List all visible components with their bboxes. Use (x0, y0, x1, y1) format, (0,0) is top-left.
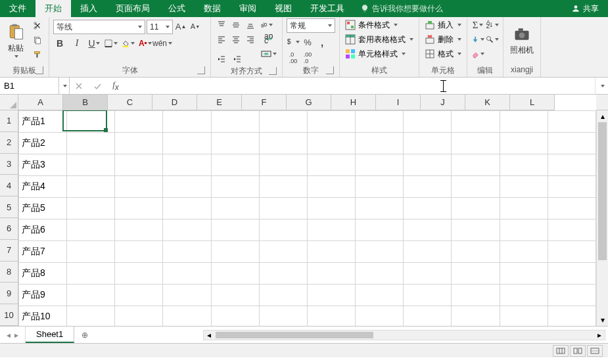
decrease-indent-button[interactable] (215, 53, 228, 66)
number-format-combo[interactable]: 常规 (287, 18, 335, 33)
cell[interactable] (356, 284, 404, 306)
cell[interactable] (307, 219, 355, 241)
align-middle-button[interactable] (229, 18, 243, 32)
tab-view[interactable]: 视图 (266, 0, 301, 17)
column-header[interactable]: I (376, 95, 421, 110)
cell[interactable] (67, 263, 115, 284)
cell[interactable]: 产品1 (19, 111, 67, 133)
cell[interactable] (259, 154, 307, 176)
copy-button[interactable] (32, 34, 43, 46)
cell[interactable] (163, 306, 211, 327)
column-header[interactable]: B (63, 95, 108, 110)
column-header[interactable]: F (242, 95, 287, 110)
cell[interactable] (404, 241, 452, 263)
cut-button[interactable] (32, 20, 43, 32)
cell[interactable] (404, 219, 452, 241)
tell-me-search[interactable]: 告诉我你想要做什么 (354, 0, 450, 17)
align-top-button[interactable] (215, 18, 228, 32)
decrease-font-button[interactable]: A▼ (189, 20, 202, 33)
cell[interactable] (548, 111, 596, 133)
tab-nav-next[interactable]: ▸ (14, 330, 18, 340)
row-header[interactable]: 7 (0, 240, 18, 262)
font-size-combo[interactable]: 11 (147, 20, 173, 34)
cell[interactable] (67, 241, 115, 263)
share-button[interactable]: 共享 (562, 0, 608, 17)
cell[interactable] (548, 133, 596, 154)
cell[interactable] (307, 111, 355, 133)
cell[interactable] (452, 111, 500, 133)
cell[interactable] (115, 306, 163, 327)
cell[interactable] (307, 133, 355, 154)
cell[interactable] (404, 111, 452, 133)
format-painter-button[interactable] (32, 49, 43, 60)
tab-data[interactable]: 数据 (195, 0, 230, 17)
comma-button[interactable]: , (316, 35, 329, 49)
italic-button[interactable]: I (70, 37, 83, 50)
new-sheet-button[interactable]: ⊕ (74, 327, 95, 343)
cell[interactable] (211, 133, 259, 154)
tab-insert[interactable]: 插入 (71, 0, 106, 17)
normal-view-button[interactable] (553, 345, 569, 357)
column-header[interactable]: H (331, 95, 376, 110)
cell[interactable] (259, 219, 307, 241)
cell[interactable] (307, 284, 355, 306)
tab-nav-prev[interactable]: ◂ (7, 330, 11, 340)
cell[interactable] (163, 154, 211, 176)
tab-formulas[interactable]: 公式 (159, 0, 195, 17)
cell[interactable] (500, 219, 548, 241)
cell[interactable] (115, 133, 163, 154)
column-header[interactable]: E (197, 95, 242, 110)
clear-button[interactable] (471, 47, 484, 60)
sheet-tab-active[interactable]: Sheet1 (26, 327, 74, 343)
autosum-button[interactable]: Σ (471, 18, 484, 32)
cell[interactable] (211, 284, 259, 306)
font-color-button[interactable]: A (139, 37, 152, 50)
insert-cells-button[interactable]: 插入 (423, 18, 463, 32)
format-cells-button[interactable]: 格式 (423, 47, 463, 60)
font-dialog-launcher[interactable] (197, 66, 205, 74)
row-header[interactable]: 9 (0, 283, 18, 304)
sort-filter-button[interactable]: AZ (486, 18, 499, 32)
cell[interactable] (67, 154, 115, 176)
formula-bar[interactable] (125, 78, 595, 94)
cell[interactable] (548, 198, 596, 219)
tab-page-layout[interactable]: 页面布局 (106, 0, 159, 17)
cell[interactable] (163, 263, 211, 284)
cell[interactable] (548, 284, 596, 306)
font-name-combo[interactable]: 等线 (53, 20, 145, 34)
cell[interactable] (67, 133, 115, 154)
cell[interactable] (307, 154, 355, 176)
delete-cells-button[interactable]: 删除 (423, 33, 463, 46)
cell[interactable] (115, 111, 163, 133)
name-box[interactable] (0, 78, 59, 94)
cell[interactable]: 产品2 (19, 133, 67, 154)
align-dialog-launcher[interactable] (269, 67, 277, 75)
page-layout-view-button[interactable] (570, 345, 586, 357)
cell[interactable] (259, 176, 307, 198)
cell[interactable] (404, 198, 452, 219)
cell[interactable]: 产品7 (19, 241, 67, 263)
align-center-button[interactable] (229, 33, 243, 46)
fill-color-button[interactable] (122, 37, 135, 50)
cell[interactable] (548, 306, 596, 327)
cell[interactable] (548, 176, 596, 198)
page-break-view-button[interactable] (587, 345, 603, 357)
cell[interactable] (356, 241, 404, 263)
cell[interactable] (452, 198, 500, 219)
name-box-input[interactable] (4, 81, 55, 91)
cell[interactable] (259, 111, 307, 133)
cell[interactable] (307, 263, 355, 284)
cell[interactable] (356, 219, 404, 241)
cell[interactable] (452, 263, 500, 284)
cell[interactable] (163, 133, 211, 154)
bold-button[interactable]: B (53, 37, 66, 50)
cell[interactable] (115, 263, 163, 284)
cell[interactable] (548, 263, 596, 284)
cell[interactable] (452, 133, 500, 154)
cell[interactable] (211, 306, 259, 327)
cell[interactable] (211, 111, 259, 133)
cell[interactable] (500, 176, 548, 198)
cell[interactable] (307, 241, 355, 263)
cell[interactable] (211, 154, 259, 176)
cell[interactable] (452, 284, 500, 306)
